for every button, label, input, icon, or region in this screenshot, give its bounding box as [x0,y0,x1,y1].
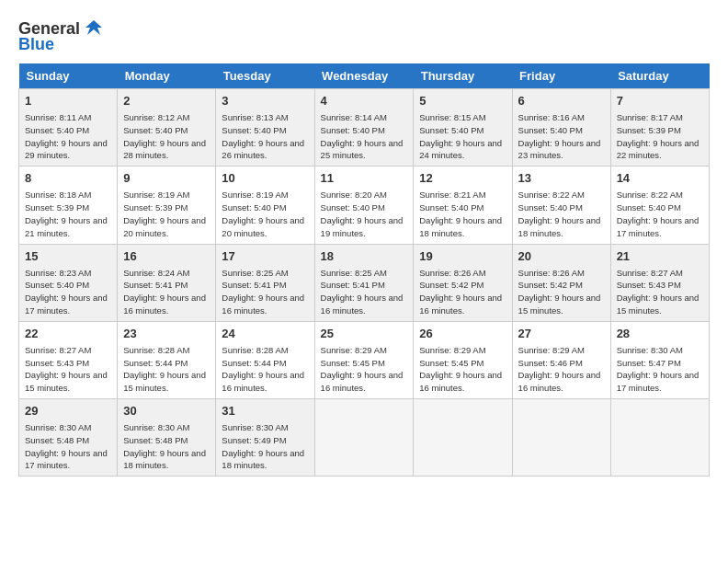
logo-text-blue: Blue [18,35,54,54]
day-number: 6 [518,93,605,109]
day-info: Sunrise: 8:19 AMSunset: 5:39 PMDaylight:… [123,189,210,239]
calendar-cell: 25Sunrise: 8:29 AMSunset: 5:45 PMDayligh… [314,321,414,398]
day-number: 27 [518,326,605,342]
day-number: 14 [617,170,703,187]
calendar-cell: 4Sunrise: 8:14 AMSunset: 5:40 PMDaylight… [314,89,414,167]
calendar-cell [610,399,709,477]
calendar-cell: 29Sunrise: 8:30 AMSunset: 5:48 PMDayligh… [19,399,118,477]
col-header-monday: Monday [118,63,216,89]
calendar-cell: 16Sunrise: 8:24 AMSunset: 5:41 PMDayligh… [118,244,216,321]
day-info: Sunrise: 8:29 AMSunset: 5:45 PMDaylight:… [321,344,408,395]
col-header-thursday: Thursday [414,63,512,89]
calendar-cell: 1Sunrise: 8:11 AMSunset: 5:40 PMDaylight… [19,89,118,167]
day-info: Sunrise: 8:26 AMSunset: 5:42 PMDaylight:… [518,267,605,317]
day-number: 8 [25,170,111,187]
col-header-sunday: Sunday [19,63,118,89]
calendar-cell: 22Sunrise: 8:27 AMSunset: 5:43 PMDayligh… [19,321,118,398]
day-number: 25 [321,326,408,342]
day-info: Sunrise: 8:19 AMSunset: 5:40 PMDaylight:… [222,189,308,239]
col-header-tuesday: Tuesday [216,63,314,89]
calendar-cell: 2Sunrise: 8:12 AMSunset: 5:40 PMDaylight… [118,89,216,167]
col-header-saturday: Saturday [610,63,709,89]
day-info: Sunrise: 8:14 AMSunset: 5:40 PMDaylight:… [321,111,408,162]
day-number: 9 [123,170,210,187]
calendar-cell [314,399,414,477]
day-number: 2 [123,93,210,109]
day-info: Sunrise: 8:30 AMSunset: 5:47 PMDaylight:… [617,344,703,395]
calendar-cell: 20Sunrise: 8:26 AMSunset: 5:42 PMDayligh… [512,244,610,321]
day-number: 5 [419,93,506,109]
day-info: Sunrise: 8:25 AMSunset: 5:41 PMDaylight:… [222,267,308,317]
calendar-week-row: 22Sunrise: 8:27 AMSunset: 5:43 PMDayligh… [19,321,710,398]
day-info: Sunrise: 8:26 AMSunset: 5:42 PMDaylight:… [419,267,506,317]
calendar-cell: 10Sunrise: 8:19 AMSunset: 5:40 PMDayligh… [216,167,314,244]
calendar-cell: 15Sunrise: 8:23 AMSunset: 5:40 PMDayligh… [19,244,118,321]
calendar-cell: 11Sunrise: 8:20 AMSunset: 5:40 PMDayligh… [314,167,414,244]
day-number: 21 [617,248,703,265]
logo: General Blue [18,18,104,54]
calendar-cell: 14Sunrise: 8:22 AMSunset: 5:40 PMDayligh… [610,167,709,244]
day-number: 26 [419,326,506,342]
calendar-table: SundayMondayTuesdayWednesdayThursdayFrid… [18,63,710,477]
day-info: Sunrise: 8:22 AMSunset: 5:40 PMDaylight:… [617,189,703,239]
day-number: 12 [419,170,506,187]
day-info: Sunrise: 8:13 AMSunset: 5:40 PMDaylight:… [222,111,308,162]
day-info: Sunrise: 8:29 AMSunset: 5:45 PMDaylight:… [419,344,506,395]
day-number: 11 [321,170,408,187]
calendar-cell: 30Sunrise: 8:30 AMSunset: 5:48 PMDayligh… [118,399,216,477]
day-info: Sunrise: 8:24 AMSunset: 5:41 PMDaylight:… [123,267,210,317]
calendar-cell: 7Sunrise: 8:17 AMSunset: 5:39 PMDaylight… [610,89,709,167]
day-info: Sunrise: 8:16 AMSunset: 5:40 PMDaylight:… [518,111,605,162]
calendar-cell: 12Sunrise: 8:21 AMSunset: 5:40 PMDayligh… [414,167,512,244]
calendar-cell: 5Sunrise: 8:15 AMSunset: 5:40 PMDaylight… [414,89,512,167]
day-number: 4 [321,93,408,109]
day-number: 24 [222,326,308,342]
day-number: 10 [222,170,308,187]
day-number: 19 [419,248,506,265]
calendar-cell: 17Sunrise: 8:25 AMSunset: 5:41 PMDayligh… [216,244,314,321]
day-number: 29 [25,403,111,419]
day-info: Sunrise: 8:22 AMSunset: 5:40 PMDaylight:… [518,189,605,239]
day-info: Sunrise: 8:28 AMSunset: 5:44 PMDaylight:… [222,344,308,395]
day-number: 17 [222,248,308,265]
calendar-cell: 18Sunrise: 8:25 AMSunset: 5:41 PMDayligh… [314,244,414,321]
calendar-cell: 3Sunrise: 8:13 AMSunset: 5:40 PMDaylight… [216,89,314,167]
calendar-week-row: 8Sunrise: 8:18 AMSunset: 5:39 PMDaylight… [19,167,710,244]
day-info: Sunrise: 8:30 AMSunset: 5:48 PMDaylight:… [25,421,111,472]
day-info: Sunrise: 8:18 AMSunset: 5:39 PMDaylight:… [25,189,111,239]
col-header-wednesday: Wednesday [314,63,414,89]
day-number: 15 [25,248,111,265]
day-info: Sunrise: 8:28 AMSunset: 5:44 PMDaylight:… [123,344,210,395]
calendar-cell [414,399,512,477]
day-number: 28 [617,326,703,342]
day-info: Sunrise: 8:20 AMSunset: 5:40 PMDaylight:… [321,189,408,239]
day-info: Sunrise: 8:11 AMSunset: 5:40 PMDaylight:… [25,111,111,162]
calendar-cell: 6Sunrise: 8:16 AMSunset: 5:40 PMDaylight… [512,89,610,167]
day-number: 31 [222,403,308,419]
calendar-cell: 24Sunrise: 8:28 AMSunset: 5:44 PMDayligh… [216,321,314,398]
day-info: Sunrise: 8:27 AMSunset: 5:43 PMDaylight:… [617,267,703,317]
calendar-cell: 26Sunrise: 8:29 AMSunset: 5:45 PMDayligh… [414,321,512,398]
calendar-cell: 9Sunrise: 8:19 AMSunset: 5:39 PMDaylight… [118,167,216,244]
day-info: Sunrise: 8:30 AMSunset: 5:48 PMDaylight:… [123,421,210,472]
calendar-header-row: SundayMondayTuesdayWednesdayThursdayFrid… [19,63,710,89]
calendar-week-row: 1Sunrise: 8:11 AMSunset: 5:40 PMDaylight… [19,89,710,167]
day-number: 18 [321,248,408,265]
day-info: Sunrise: 8:15 AMSunset: 5:40 PMDaylight:… [419,111,506,162]
calendar-week-row: 29Sunrise: 8:30 AMSunset: 5:48 PMDayligh… [19,399,710,477]
day-info: Sunrise: 8:21 AMSunset: 5:40 PMDaylight:… [419,189,506,239]
calendar-cell: 31Sunrise: 8:30 AMSunset: 5:49 PMDayligh… [216,399,314,477]
day-info: Sunrise: 8:29 AMSunset: 5:46 PMDaylight:… [518,344,605,395]
day-number: 7 [617,93,703,109]
day-info: Sunrise: 8:12 AMSunset: 5:40 PMDaylight:… [123,111,210,162]
calendar-cell: 19Sunrise: 8:26 AMSunset: 5:42 PMDayligh… [414,244,512,321]
day-info: Sunrise: 8:23 AMSunset: 5:40 PMDaylight:… [25,267,111,317]
day-info: Sunrise: 8:30 AMSunset: 5:49 PMDaylight:… [222,421,308,472]
logo-bird-icon [84,18,104,39]
calendar-cell: 27Sunrise: 8:29 AMSunset: 5:46 PMDayligh… [512,321,610,398]
svg-marker-0 [85,20,102,35]
col-header-friday: Friday [512,63,610,89]
header: General Blue [18,18,710,54]
calendar-cell [512,399,610,477]
day-info: Sunrise: 8:25 AMSunset: 5:41 PMDaylight:… [321,267,408,317]
